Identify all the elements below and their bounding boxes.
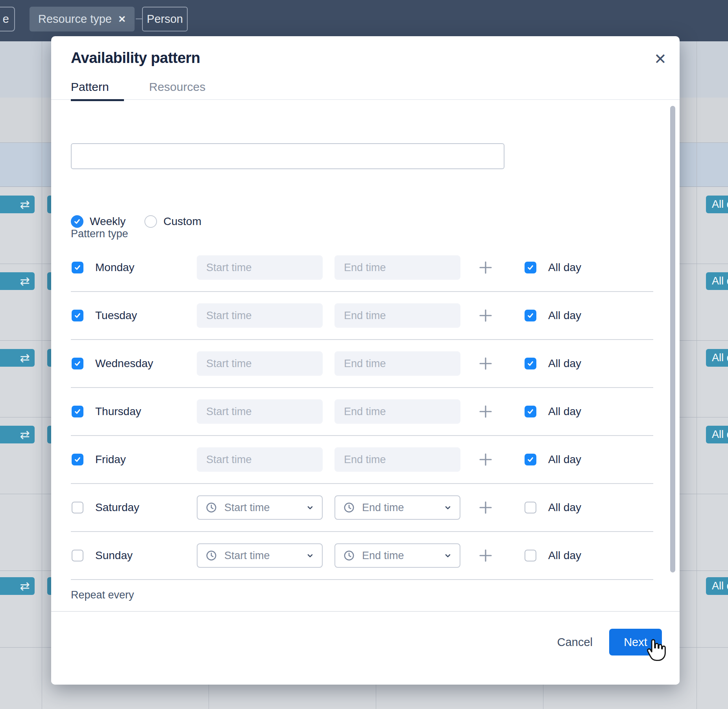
day-label: Friday [95,453,126,466]
clock-icon [205,550,217,561]
end-time-field: End time [334,399,460,424]
all-day-event-chip[interactable]: All day [706,196,728,213]
add-time-slot-button[interactable] [477,499,494,516]
all-day-label: All day [548,357,581,370]
day-row-tuesday: TuesdayStart timeEnd timeAll day [71,292,653,340]
day-row-thursday: ThursdayStart timeEnd timeAll day [71,388,653,436]
chevron-down-icon [443,551,453,560]
day-label: Wednesday [95,357,153,370]
day-checkbox[interactable] [72,550,83,561]
recurring-event-chip[interactable]: ⇄ [0,426,35,443]
modal-scrollbar[interactable] [670,106,675,572]
all-day-label: All day [548,405,581,418]
recurring-event-chip[interactable]: ⇄ [0,196,35,213]
radio-unselected-icon [144,215,157,228]
top-toolbar: e Resource type ✕ Person [0,0,728,41]
pattern-type-label: Pattern type [71,228,128,240]
day-row-sunday: SundayStart timeEnd timeAll day [71,532,653,580]
start-time-field: Start time [197,447,323,472]
day-rows: MondayStart timeEnd timeAll dayTuesdaySt… [71,244,653,580]
add-time-slot-button[interactable] [477,355,494,372]
radio-label: Weekly [90,215,126,228]
start-time-field: Start time [197,255,323,280]
all-day-event-chip[interactable]: All day [706,272,728,290]
start-time-select[interactable]: Start time [197,543,323,568]
radio-option-weekly[interactable]: Weekly [71,215,126,228]
day-label: Saturday [95,501,139,514]
recurring-event-chip[interactable]: ⇄ [0,349,35,367]
all-day-checkbox[interactable] [525,502,536,513]
day-checkbox[interactable] [72,310,83,321]
add-time-slot-button[interactable] [477,307,494,324]
start-time-select[interactable]: Start time [197,495,323,520]
event-chip-label: All day [712,352,728,364]
cancel-button[interactable]: Cancel [557,629,593,655]
all-day-checkbox[interactable] [525,262,536,273]
clock-icon [343,502,355,513]
tab-resources[interactable]: Resources [149,80,206,101]
radio-selected-icon [71,215,83,228]
repeat-icon: ⇄ [20,199,30,210]
end-time-field: End time [334,303,460,328]
event-chip-label: All day [712,580,728,592]
day-checkbox[interactable] [72,454,83,465]
resource-type-filter-chip[interactable]: Resource type ✕ [30,7,135,31]
day-row-saturday: SaturdayStart timeEnd timeAll day [71,484,653,532]
all-day-label: All day [548,309,581,322]
add-time-slot-button[interactable] [477,451,494,468]
day-label: Thursday [95,405,141,418]
add-time-slot-button[interactable] [477,547,494,564]
template-name-input[interactable] [71,143,504,169]
partial-filter-button[interactable]: e [0,7,15,31]
remove-filter-icon[interactable]: ✕ [118,14,126,25]
end-time-field: End time [334,351,460,376]
radio-option-custom[interactable]: Custom [144,215,201,228]
modal-title: Availability pattern [71,50,200,66]
pattern-type-options: Weekly Custom [71,215,201,228]
recurring-event-chip[interactable]: ⇄ [0,272,35,290]
end-time-select[interactable]: End time [334,495,460,520]
recurring-event-chip[interactable]: ⇄ [0,577,35,595]
all-day-label: All day [548,501,581,514]
all-day-checkbox[interactable] [525,550,536,561]
end-time-select[interactable]: End time [334,543,460,568]
day-checkbox[interactable] [72,406,83,417]
all-day-checkbox[interactable] [525,358,536,369]
all-day-checkbox[interactable] [525,454,536,465]
all-day-event-chip[interactable]: All day [706,426,728,443]
all-day-checkbox[interactable] [525,406,536,417]
event-chip-label: All day [712,198,728,210]
day-row-friday: FridayStart timeEnd timeAll day [71,436,653,484]
start-time-field: Start time [197,303,323,328]
calendar-column-line [42,41,42,709]
day-checkbox[interactable] [72,502,83,513]
day-row-wednesday: WednesdayStart timeEnd timeAll day [71,340,653,388]
all-day-label: All day [548,261,581,274]
chevron-down-icon [305,551,315,560]
calendar-column-line [697,41,697,709]
close-icon[interactable]: ✕ [649,48,671,70]
clock-icon [205,502,217,513]
all-day-event-chip[interactable]: All day [706,577,728,595]
add-time-slot-button[interactable] [477,259,494,276]
repeat-icon: ⇄ [20,429,30,441]
availability-pattern-modal: Availability pattern ✕ Pattern Resources… [51,36,680,685]
end-time-field: End time [334,255,460,280]
day-checkbox[interactable] [72,262,83,273]
repeat-every-label: Repeat every [71,589,134,601]
clock-icon [343,550,355,561]
tab-pattern[interactable]: Pattern [71,80,124,101]
day-label: Monday [95,261,135,274]
all-day-label: All day [548,549,581,562]
day-checkbox[interactable] [72,358,83,369]
repeat-icon: ⇄ [20,352,30,364]
all-day-checkbox[interactable] [525,310,536,321]
connector-line [136,18,142,19]
event-chip-label: All day [712,275,728,287]
day-label: Sunday [95,549,133,562]
all-day-event-chip[interactable]: All day [706,349,728,367]
add-time-slot-button[interactable] [477,403,494,420]
person-filter-button[interactable]: Person [142,7,188,31]
radio-label: Custom [163,215,201,228]
modal-footer: Cancel Next [51,611,680,685]
